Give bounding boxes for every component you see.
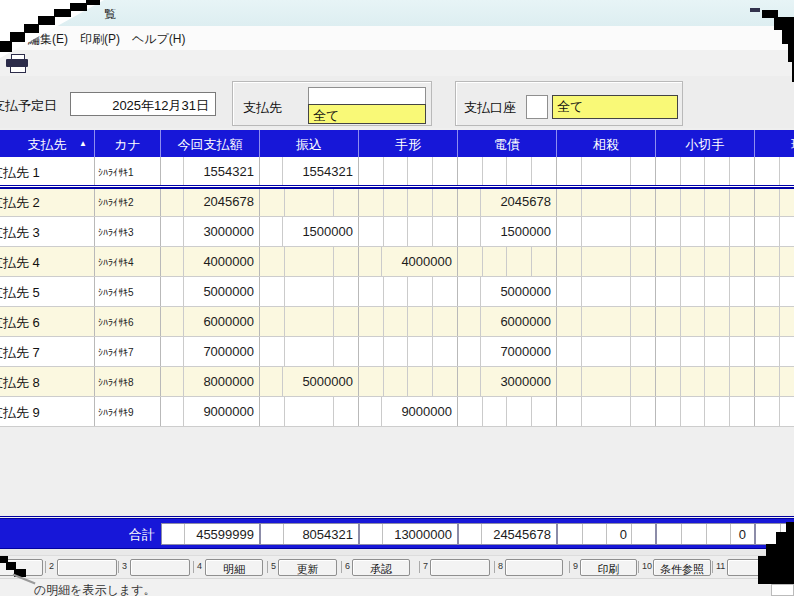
payee-cell-text: 支払先 1 [0,164,40,182]
total-kogitte-cell: 0 [656,523,755,545]
column-header-payee[interactable]: 支払先 ▲ [0,130,95,157]
fn-number-5: 5 [267,561,276,573]
fn-button-approve[interactable]: 承認 [352,559,410,576]
payee-cell-text: 支払先 9 [0,404,40,422]
payee-filter-group: 支払先 全て [232,81,432,126]
grid-header-row: 支払先 ▲ カナ 今回支払額 振込 手形 電債 相殺 小切手 現金 [0,130,794,157]
account-filter-selection[interactable]: 全て [552,95,678,119]
amount-value: 8000000 [203,374,254,389]
table-row[interactable]: 支払先 3ｼﾊﾗｲｻｷ3300000015000001500000 [0,217,794,247]
column-header-amount[interactable]: 今回支払額 [161,130,260,157]
column-header-payee-label: 支払先 [28,137,67,152]
tegata-cell: 4000000 [359,247,458,276]
corner-artifact [782,30,794,44]
fn-button-detail[interactable]: 明細 [205,559,263,576]
column-header-transfer[interactable]: 振込 [260,130,359,157]
payee-cell-text: 支払先 6 [0,314,40,332]
printer-icon[interactable] [6,54,28,71]
amount-value: 4000000 [401,254,452,269]
table-row[interactable]: 支払先 4ｼﾊﾗｲｻｷ440000004000000 [0,247,794,277]
sousai-cell [557,307,656,336]
fn-button-8[interactable] [505,559,563,576]
fn-button-update[interactable]: 更新 [278,559,337,576]
menu-item-print[interactable]: 印刷(P) [80,31,120,48]
menu-item-help[interactable]: ヘルプ(H) [132,31,186,48]
tegata-cell [359,157,458,186]
furikomi-cell [260,277,359,306]
fn-button-condition-ref[interactable]: 条件参照 [653,559,711,576]
tegata-cell [359,337,458,366]
table-row[interactable]: 支払先 1ｼﾊﾗｲｻｷ115543211554321 [0,157,794,187]
amount-cell: 1554321 [161,157,260,186]
kana-cell: ｼﾊﾗｲｻｷ4 [95,247,161,276]
corner-artifact [766,544,794,556]
payee-filter-label: 支払先 [243,99,282,117]
table-row[interactable]: 支払先 5ｼﾊﾗｲｻｷ550000005000000 [0,277,794,307]
sousai-cell [557,367,656,396]
table-row[interactable]: 支払先 7ｼﾊﾗｲｻｷ770000007000000 [0,337,794,367]
table-row[interactable]: 支払先 9ｼﾊﾗｲｻｷ990000009000000 [0,397,794,427]
corner-artifact [758,556,794,584]
status-bar: の明細を表示します。 [0,578,794,596]
totals-label: 合計 [60,526,155,544]
totals-row: 合計 455999998054321130000002454567800 [0,518,794,549]
genkin-cell [755,367,794,396]
genkin-cell [755,307,794,336]
payee-cell-text: 支払先 5 [0,284,40,302]
fn-button-7[interactable] [430,559,490,576]
payee-filter-selection[interactable]: 全て [308,104,426,124]
kana-cell: ｼﾊﾗｲｻｷ2 [95,187,161,216]
kana-cell: ｼﾊﾗｲｻｷ9 [95,397,161,426]
table-row[interactable]: 支払先 8ｼﾊﾗｲｻｷ8800000050000003000000 [0,367,794,397]
corner-artifact [10,32,25,42]
column-header-kana[interactable]: カナ [95,130,161,157]
amount-value: 1554321 [302,164,353,179]
amount-value: 9000000 [401,404,452,419]
amount-value: 2045678 [203,194,254,209]
account-code-input[interactable] [526,95,548,119]
amount-cell: 2045678 [161,187,260,216]
tegata-cell [359,217,458,246]
genkin-cell [755,247,794,276]
table-row[interactable]: 支払先 2ｼﾊﾗｲｻｷ220456782045678 [0,187,794,217]
total-sousai-cell: 0 [557,523,656,545]
fn-button-2[interactable] [57,559,117,576]
kana-cell: ｼﾊﾗｲｻｷ3 [95,217,161,246]
fn-number-2: 2 [45,561,54,573]
payment-date-field[interactable]: 2025年12月31日 [70,92,216,116]
tegata-cell [359,367,458,396]
tegata-cell: 9000000 [359,397,458,426]
amount-value: 6000000 [203,314,254,329]
column-header-offset[interactable]: 相殺 [557,130,656,157]
fn-button-3[interactable] [130,559,190,576]
payee-cell-text: 支払先 3 [0,224,40,242]
table-row[interactable]: 支払先 6ｼﾊﾗｲｻｷ660000006000000 [0,307,794,337]
filter-panel: 支払予定日 2025年12月31日 支払先 全て 支払口座 全て [0,76,794,129]
column-header-densai[interactable]: 電債 [458,130,557,157]
payee-cell: 支払先 3 [0,217,95,246]
fn-number-8: 8 [494,561,503,573]
column-header-check[interactable]: 小切手 [656,130,755,157]
fn-button-print[interactable]: 印刷 [580,559,637,576]
kana-cell: ｼﾊﾗｲｻｷ8 [95,367,161,396]
amount-cell: 7000000 [161,337,260,366]
kogitte-cell [656,337,755,366]
amount-value: 1500000 [500,224,551,239]
column-header-bill[interactable]: 手形 [359,130,458,157]
kogitte-cell [656,277,755,306]
minimize-icon[interactable] [750,8,760,12]
fn-number-7: 7 [419,561,428,573]
corner-artifact [86,0,100,5]
payee-filter-input[interactable] [308,87,426,105]
densai-cell [458,397,557,426]
payee-cell: 支払先 7 [0,337,95,366]
amount-cell: 4000000 [161,247,260,276]
corner-artifact [774,17,794,30]
amount-value: 4000000 [203,254,254,269]
payee-cell: 支払先 9 [0,397,95,426]
column-header-cash[interactable]: 現金 [755,130,794,157]
densai-cell [458,247,557,276]
genkin-cell [755,277,794,306]
payee-cell: 支払先 1 [0,157,95,186]
corner-artifact-notch [771,584,794,596]
